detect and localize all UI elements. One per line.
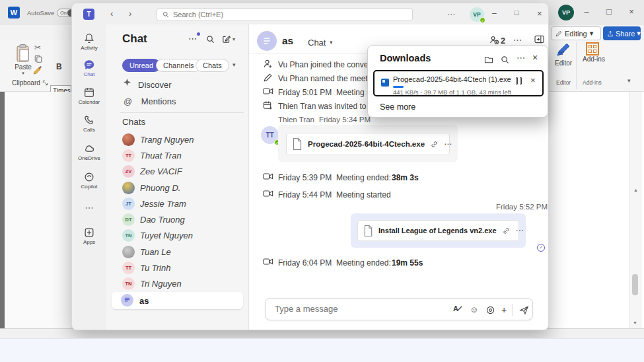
video-camera-icon xyxy=(263,172,273,181)
link-icon[interactable] xyxy=(502,227,511,235)
meeting-duration: 38m 3s xyxy=(392,173,419,182)
file-attachment-card[interactable]: Progecad-2025-64bit-4Ctech.exe ⋯ xyxy=(286,133,450,155)
attachment-more-button[interactable]: ⋯ xyxy=(444,139,452,149)
chevron-down-icon: ▾ xyxy=(590,29,594,38)
calendar-icon xyxy=(72,87,106,98)
rail-item-activity[interactable]: Activity xyxy=(72,32,106,51)
loop-icon[interactable] xyxy=(486,306,495,314)
avatar xyxy=(122,182,135,194)
teams-minimize-button[interactable]: – xyxy=(492,9,497,18)
downloads-more-button[interactable]: ⋯ xyxy=(517,53,525,63)
downloads-close-button[interactable]: × xyxy=(532,52,538,63)
delivered-check-icon: ✓ xyxy=(537,244,545,252)
word-restore-button[interactable]: □ xyxy=(602,7,616,17)
word-minimize-button[interactable]: – xyxy=(580,7,593,17)
chevron-down-icon[interactable]: ▾ xyxy=(330,39,333,46)
more-icon: ⋯ xyxy=(85,203,94,213)
cancel-download-icon[interactable]: × xyxy=(530,75,536,85)
chat-filter-more-button[interactable]: ⋯ xyxy=(188,34,197,44)
teams-account-avatar[interactable]: VP ✓ xyxy=(470,7,484,22)
cut-button[interactable]: ✂ xyxy=(34,43,41,52)
clipboard-group-label: Clipboard xyxy=(12,79,40,87)
send-icon[interactable] xyxy=(519,305,529,315)
rail-item-onedrive[interactable]: OneDrive xyxy=(72,143,106,161)
rail-label: OneDrive xyxy=(72,155,106,161)
filter-chats[interactable]: Chats xyxy=(196,59,229,72)
calendar-add-icon xyxy=(263,100,273,110)
teams-maximize-button[interactable]: □ xyxy=(515,9,519,17)
pause-download-icon[interactable] xyxy=(516,77,522,85)
filter-unread[interactable]: Unread xyxy=(122,59,161,72)
download-progress-bar xyxy=(393,86,404,88)
open-side-panel-icon[interactable] xyxy=(534,35,544,44)
compose-box[interactable]: A ☺ + xyxy=(265,298,533,320)
bold-button[interactable]: B xyxy=(56,62,62,71)
scroll-down-icon[interactable]: ▼ xyxy=(633,320,637,325)
see-more-link[interactable]: See more xyxy=(380,102,415,112)
share-button[interactable]: Share ▾ xyxy=(603,26,641,40)
search-chat-icon[interactable] xyxy=(206,35,215,44)
rail-item-calls[interactable]: Calls xyxy=(72,114,106,133)
members-icon[interactable] xyxy=(489,35,499,45)
rail-more-button[interactable]: ⋯ xyxy=(72,201,106,213)
download-status: 441 KB/s - 39.7 MB of 1.1 GB, 43 mins le… xyxy=(393,89,511,96)
format-painter-button[interactable] xyxy=(33,65,43,75)
rail-item-chat[interactable]: Chat xyxy=(72,59,106,77)
avatar: JT xyxy=(122,198,135,210)
scroll-up-icon[interactable]: ▲ xyxy=(633,188,638,192)
chat-name: Dao Truong xyxy=(140,215,185,225)
conversation-tab-chat[interactable]: Chat xyxy=(308,38,326,48)
downloads-popup: Downloads ⋯ × Progecad-2025-64bit-4Ctech… xyxy=(367,45,548,118)
discover-label: Discover xyxy=(138,80,172,90)
word-logo-icon: W xyxy=(8,7,20,18)
rail-item-copilot[interactable]: Copilot xyxy=(72,171,106,190)
new-chat-icon[interactable] xyxy=(222,35,231,44)
discover-item[interactable]: Discover xyxy=(124,79,172,90)
chat-name: Phuong D. xyxy=(140,183,180,193)
copy-button[interactable] xyxy=(34,55,42,63)
file-name: Progecad-2025-64bit-4Ctech.exe xyxy=(308,140,425,148)
file-attachment-card[interactable]: Install League of Legends vn2.exe ⋯ xyxy=(357,220,519,241)
avatar: TT xyxy=(122,262,135,274)
mentions-item[interactable]: @ Mentions xyxy=(124,95,176,107)
open-downloads-folder-icon[interactable] xyxy=(484,55,493,63)
filters-chevron-icon[interactable]: ▾ xyxy=(233,61,236,68)
emoji-icon[interactable]: ☺ xyxy=(470,305,478,314)
filter-channels[interactable]: Channels xyxy=(156,59,201,72)
rail-item-apps[interactable]: Apps xyxy=(72,227,106,245)
new-chat-chevron-icon[interactable]: ▾ xyxy=(233,36,235,42)
back-button[interactable]: ‹ xyxy=(110,9,113,18)
ribbon-collapse-chevron[interactable]: ▾ xyxy=(627,77,631,84)
event-label: Meeting ended: xyxy=(336,173,391,182)
word-account-avatar[interactable]: VP xyxy=(558,5,574,20)
teams-close-button[interactable]: × xyxy=(537,9,542,18)
presence-available-icon: ✓ xyxy=(480,17,485,23)
unread-dot xyxy=(197,32,200,36)
chat-name: Tri Nguyen xyxy=(140,279,182,289)
taskbar: Search T W Zalo ^ 5:28 PM 4/28/2025 xyxy=(0,338,644,362)
link-icon[interactable] xyxy=(430,140,439,149)
forward-button[interactable]: › xyxy=(129,9,131,18)
chevron-down-icon: ▾ xyxy=(637,29,641,38)
word-scrollbar-thumb[interactable] xyxy=(632,274,638,295)
format-icon[interactable]: A xyxy=(453,305,462,312)
attach-plus-icon[interactable]: + xyxy=(501,305,507,315)
addins-button[interactable]: Add-ins xyxy=(583,42,605,63)
attachment-more-button[interactable]: ⋯ xyxy=(516,226,524,235)
download-item[interactable]: Progecad-2025-64bit-4Ctech (1).exe × 441… xyxy=(373,70,544,96)
search-downloads-icon[interactable] xyxy=(501,55,509,64)
word-document-area-left xyxy=(5,92,71,328)
sent-time: Friday 5:52 PM xyxy=(496,203,548,211)
editor-button[interactable]: Editor xyxy=(555,42,572,67)
word-close-button[interactable]: × xyxy=(625,7,638,17)
share-label: Share xyxy=(616,30,635,38)
conversation-more-button[interactable]: ⋯ xyxy=(513,35,522,45)
chat-row-selected[interactable]: as xyxy=(112,292,243,309)
editing-mode-button[interactable]: Editing ▾ xyxy=(551,26,601,40)
rail-item-calendar[interactable]: Calendar xyxy=(72,87,106,105)
chat-name: Zee VACIF xyxy=(140,166,182,176)
teams-search-bar[interactable] xyxy=(157,8,413,21)
clipboard-dialog-launcher-icon[interactable] xyxy=(42,80,48,86)
paste-button[interactable]: Paste ▾ xyxy=(15,44,32,76)
titlebar-more-button[interactable]: ⋯ xyxy=(447,10,455,19)
